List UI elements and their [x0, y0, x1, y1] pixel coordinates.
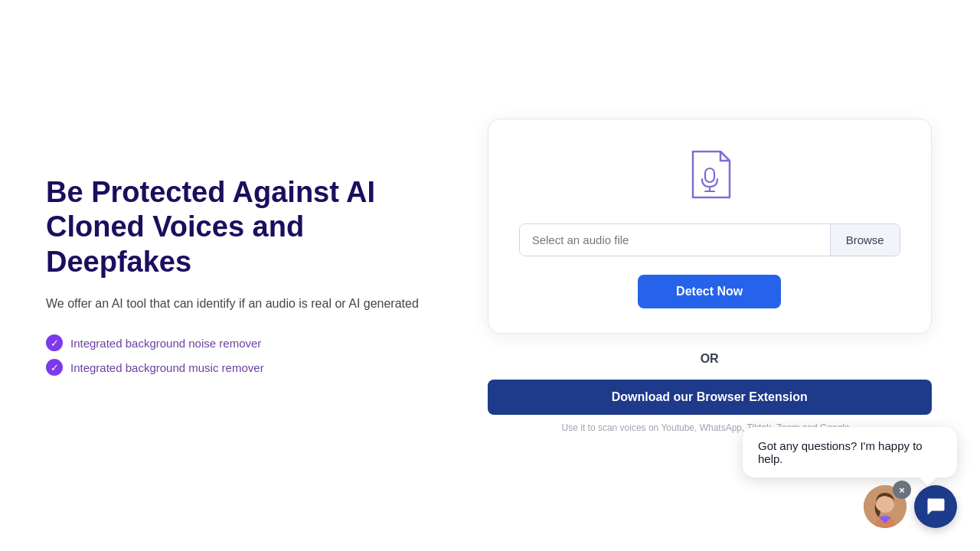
audio-file-input[interactable] [520, 224, 830, 256]
chat-popup-text: Got any questions? I'm happy to help. [758, 439, 923, 465]
chat-open-button[interactable] [914, 485, 957, 528]
check-icon-noise: ✓ [46, 334, 63, 351]
or-divider: OR [701, 352, 719, 366]
mic-file-icon-wrap [685, 147, 734, 205]
browse-button[interactable]: Browse [830, 224, 900, 256]
chat-avatar-row: × [864, 485, 957, 528]
chat-widget: Got any questions? I'm happy to help. [743, 427, 957, 528]
subtitle: We offer an AI tool that can identify if… [46, 295, 454, 313]
chat-popup: Got any questions? I'm happy to help. [743, 427, 957, 478]
check-icon-music: ✓ [46, 359, 63, 376]
feature-label-music: Integrated background music remover [70, 361, 264, 374]
chat-bubble-icon [926, 497, 946, 517]
avatar-close-wrap: × [864, 485, 906, 528]
right-panel: Browse Detect Now OR Download our Browse… [485, 119, 934, 433]
feature-item-music: ✓ Integrated background music remover [46, 359, 454, 376]
mic-file-icon [685, 147, 734, 202]
left-panel: Be Protected Against AI Cloned Voices an… [46, 175, 485, 377]
feature-item-noise: ✓ Integrated background noise remover [46, 334, 454, 351]
browser-extension-button[interactable]: Download our Browser Extension [488, 380, 932, 415]
file-input-row: Browse [519, 223, 900, 256]
chat-close-button[interactable]: × [893, 481, 911, 499]
detect-now-button[interactable]: Detect Now [638, 275, 781, 308]
feature-label-noise: Integrated background noise remover [70, 337, 261, 350]
upload-card: Browse Detect Now [488, 119, 932, 334]
headline: Be Protected Against AI Cloned Voices an… [46, 175, 454, 280]
feature-list: ✓ Integrated background noise remover ✓ … [46, 334, 454, 376]
